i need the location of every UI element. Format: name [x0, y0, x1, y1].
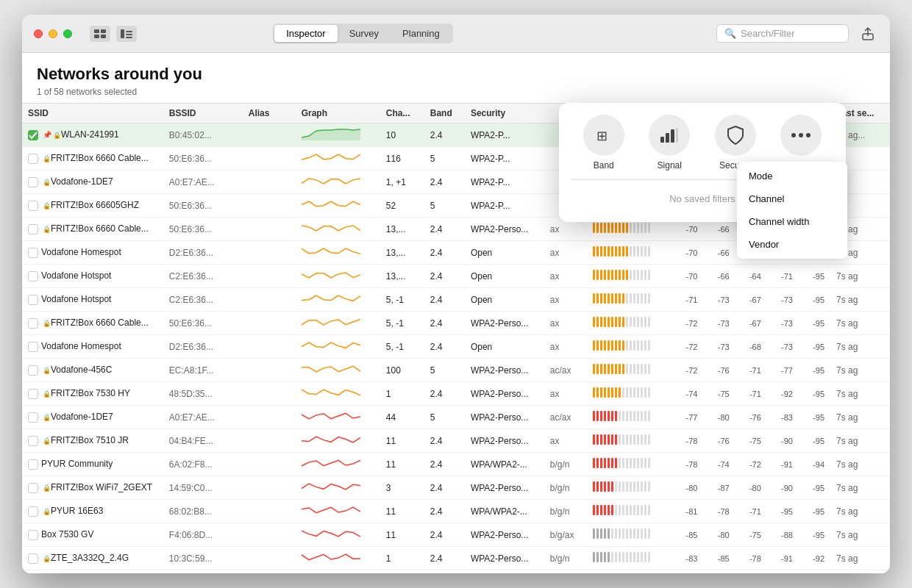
cell-alias: [243, 359, 296, 382]
cell-graph: [296, 218, 380, 241]
cell-signal-bars: [587, 382, 671, 406]
cell-alias: [243, 265, 296, 288]
svg-point-352: [806, 133, 811, 137]
table-row[interactable]: Box 7530 GVF4:06:8D...112.4WPA2-Perso...…: [22, 523, 890, 547]
col-header-band[interactable]: Band: [424, 104, 465, 123]
table-row[interactable]: Vodafone HotspotC2:E6:36...13,...2.4Open…: [22, 265, 890, 288]
cell-channel: 13,...: [380, 218, 424, 241]
col-header-graph[interactable]: Graph: [296, 104, 380, 123]
menu-item-channel-width[interactable]: Channel width: [737, 210, 847, 233]
row-checkbox[interactable]: [28, 506, 38, 517]
ssid-text: ZTE_3A332Q_2.4G: [51, 553, 129, 563]
svg-rect-146: [626, 364, 628, 374]
minimize-button[interactable]: [49, 29, 57, 38]
cell-security: WPA2-P...: [465, 194, 544, 218]
filter-signal[interactable]: Signal: [649, 115, 690, 171]
col-header-alias[interactable]: Alias: [243, 104, 296, 123]
svg-rect-54: [641, 223, 643, 233]
cell-channel: 44: [380, 406, 424, 429]
table-row[interactable]: Vodafone HotspotC2:E6:36...5, -12.4Opena…: [22, 288, 890, 312]
cell-graph: [296, 171, 380, 194]
row-checkbox[interactable]: [28, 483, 38, 493]
share-icon[interactable]: [858, 24, 878, 44]
tab-group: Inspector Survey Planning: [273, 24, 453, 43]
table-row[interactable]: Vodafone HomespotD2:E6:36...5, -12.4Open…: [22, 335, 890, 359]
cell-ssid: 🔒FRITZ!Box 7530 HY: [22, 382, 163, 406]
svg-rect-212: [633, 458, 635, 468]
fullscreen-button[interactable]: [63, 29, 72, 38]
svg-rect-159: [615, 387, 617, 398]
svg-rect-242: [626, 505, 628, 515]
svg-rect-70: [641, 246, 643, 257]
svg-rect-94: [611, 293, 613, 304]
row-checkbox[interactable]: [28, 342, 38, 352]
row-checkbox[interactable]: [28, 177, 38, 187]
menu-item-vendor[interactable]: Vendor: [737, 233, 847, 256]
search-bar[interactable]: 🔍 Search/Filter: [716, 24, 849, 43]
svg-rect-91: [600, 293, 602, 304]
row-checkbox[interactable]: [28, 201, 38, 211]
tab-planning[interactable]: Planning: [391, 25, 452, 42]
table-row[interactable]: 🔒Vodafone-1DE7A0:E7:AE...445WPA2-Perso..…: [22, 406, 890, 429]
cell-val-2: -80: [703, 406, 735, 429]
tab-inspector[interactable]: Inspector: [274, 25, 337, 42]
table-row[interactable]: PYUR Community6A:02:F8...112.4WPA/WPA2-.…: [22, 453, 890, 476]
other-icon-circle: [780, 115, 822, 156]
svg-rect-84: [633, 270, 635, 280]
col-header-bssid[interactable]: BSSID: [163, 104, 243, 123]
svg-rect-65: [622, 246, 624, 257]
col-header-ssid[interactable]: SSID: [22, 104, 163, 123]
row-checkbox[interactable]: [28, 224, 38, 234]
row-checkbox[interactable]: [28, 412, 38, 423]
grid-view-icon[interactable]: [90, 26, 110, 42]
cell-val-2: -76: [703, 429, 735, 453]
close-button[interactable]: [34, 29, 43, 38]
cell-security: Open: [465, 335, 544, 359]
cell-graph: [296, 123, 380, 147]
svg-rect-138: [596, 364, 599, 374]
svg-rect-49: [622, 223, 624, 233]
row-checkbox[interactable]: [28, 271, 38, 282]
cell-bssid: 48:5D:35...: [163, 382, 243, 406]
svg-rect-247: [644, 505, 646, 515]
sidebar-icon[interactable]: [116, 26, 137, 42]
cell-val-1: -72: [671, 312, 703, 335]
row-checkbox[interactable]: [28, 365, 38, 376]
row-checkbox[interactable]: [28, 459, 38, 470]
svg-rect-140: [604, 364, 606, 374]
svg-rect-76: [604, 270, 606, 280]
row-checkbox[interactable]: [28, 130, 38, 140]
cell-ssid: 🔒FRITZ!Box 66605GHZ: [22, 194, 163, 218]
row-checkbox[interactable]: [28, 248, 38, 258]
menu-item-mode[interactable]: Mode: [737, 165, 847, 187]
table-row[interactable]: 🔒FRITZ!Box 6660 Cable...50:E6:36...5, -1…: [22, 312, 890, 335]
cell-band: 5: [424, 406, 465, 429]
col-header-security[interactable]: Security: [465, 104, 544, 123]
svg-rect-42: [596, 223, 599, 233]
row-checkbox[interactable]: [28, 389, 38, 399]
table-row[interactable]: 🔒ZTE_3A332Q_2.4G10:3C:59...12.4WPA2-Pers…: [22, 547, 890, 570]
row-checkbox[interactable]: [28, 295, 38, 305]
table-row[interactable]: 🔒Vodafone-456CEC:A8:1F...1005WPA2-Perso.…: [22, 359, 890, 382]
menu-item-channel[interactable]: Channel: [737, 187, 847, 210]
row-checkbox[interactable]: [28, 318, 38, 329]
table-row[interactable]: 🔒FRITZ!Box 6690 JE50:E6:36...365WPA2-Per…: [22, 570, 890, 574]
filter-band[interactable]: ⊞ Band: [583, 115, 624, 171]
table-row[interactable]: 🔒FRITZ!Box 7510 JR04:B4:FE...112.4WPA2-P…: [22, 429, 890, 453]
table-row[interactable]: 🔒FRITZ!Box 7530 HY48:5D:35...12.4WPA2-Pe…: [22, 382, 890, 406]
row-checkbox[interactable]: [28, 530, 38, 540]
cell-ssid: 📌🔒WLAN-241991: [22, 123, 163, 147]
row-checkbox[interactable]: [28, 553, 38, 564]
svg-rect-53: [637, 223, 639, 233]
svg-rect-109: [608, 317, 610, 327]
svg-rect-276: [633, 552, 635, 562]
row-checkbox[interactable]: [28, 154, 38, 164]
row-checkbox[interactable]: [28, 436, 38, 446]
cell-val-3: -67: [735, 288, 767, 312]
col-header-channel[interactable]: Cha...: [380, 104, 424, 123]
table-row[interactable]: 🔒FRITZ!Box WiFi7_2GEXT14:59:C0...32.4WPA…: [22, 476, 890, 500]
svg-rect-196: [633, 434, 635, 445]
table-row[interactable]: 🔒PYUR 16E6368:02:B8...112.4WPA/WPA2-...b…: [22, 500, 890, 523]
svg-rect-181: [637, 411, 639, 421]
tab-survey[interactable]: Survey: [338, 25, 391, 42]
